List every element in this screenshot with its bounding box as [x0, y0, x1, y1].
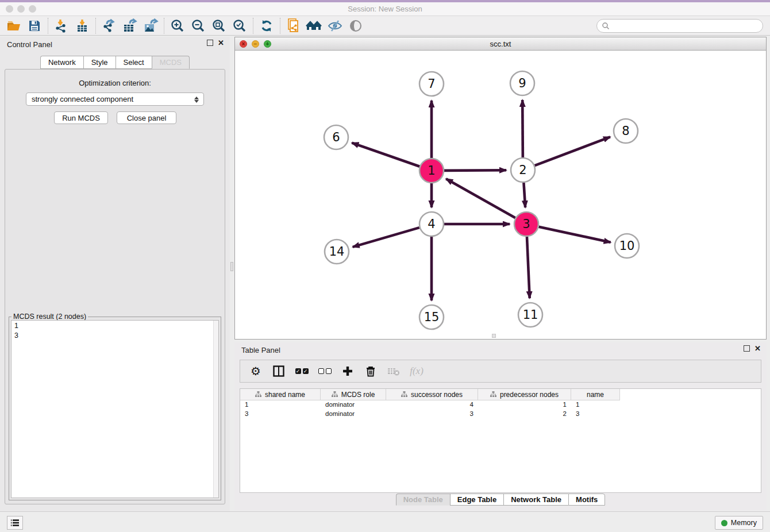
status-bar: Memory	[0, 511, 770, 532]
export-network-button[interactable]	[99, 17, 120, 34]
column-header-MCDS-role[interactable]: MCDS role	[321, 389, 386, 400]
node-8[interactable]: 8	[614, 119, 638, 143]
node-4[interactable]: 4	[419, 212, 444, 236]
eye-icon	[348, 19, 364, 33]
export-table-button[interactable]	[120, 17, 140, 34]
zoom-in-icon	[170, 18, 185, 33]
create-column-button[interactable]	[340, 364, 355, 379]
close-panel-button[interactable]: Close panel	[117, 111, 176, 124]
mcds-result-textarea[interactable]: 1 3	[11, 320, 219, 498]
control-panel-tabs: NetworkStyleSelectMCDS	[0, 56, 230, 69]
node-10[interactable]: 10	[615, 234, 639, 258]
node-1[interactable]: 1	[419, 159, 444, 183]
network-window-titlebar[interactable]: × − + scc.txt	[235, 37, 766, 51]
table-cell[interactable]: 1	[240, 400, 321, 410]
close-panel-icon[interactable]: ✕	[218, 40, 224, 46]
select-all-columns-button[interactable]: ✓ ✓	[294, 364, 309, 379]
apply-layout-button[interactable]	[256, 17, 277, 34]
node-9[interactable]: 9	[510, 71, 534, 95]
float-panel-icon[interactable]	[207, 40, 213, 46]
save-session-button[interactable]	[24, 17, 45, 34]
table-settings-button[interactable]: ⚙	[248, 364, 263, 379]
search-icon	[602, 22, 610, 30]
delete-column-button[interactable]	[363, 364, 378, 379]
run-mcds-button[interactable]: Run MCDS	[54, 111, 108, 124]
zoom-out-button[interactable]	[188, 17, 209, 34]
column-header-successor-nodes[interactable]: successor nodes	[386, 389, 478, 400]
tab-motifs[interactable]: Motifs	[568, 494, 605, 506]
tab-select[interactable]: Select	[116, 56, 152, 69]
table-cell[interactable]: 3	[240, 410, 321, 419]
table-row[interactable]: 1dominator411	[240, 400, 761, 410]
table-cell[interactable]: 1	[571, 400, 620, 410]
node-3[interactable]: 3	[514, 212, 538, 236]
table-cell[interactable]: 4	[386, 400, 478, 410]
network-canvas[interactable]: 7968124314101511	[235, 51, 766, 339]
tab-mcds[interactable]: MCDS	[152, 56, 190, 69]
export-image-button[interactable]	[140, 17, 161, 34]
edge-4-14[interactable]	[353, 228, 419, 247]
zoom-selected-icon	[232, 18, 247, 33]
search-box[interactable]	[596, 19, 763, 33]
tab-edge-table[interactable]: Edge Table	[450, 494, 503, 506]
tab-node-table[interactable]: Node Table	[396, 494, 450, 506]
network-resize-grip[interactable]	[492, 334, 496, 338]
tab-network-table[interactable]: Network Table	[503, 494, 568, 506]
import-network-button[interactable]	[51, 17, 72, 34]
tab-style[interactable]: Style	[83, 56, 116, 69]
column-label: shared name	[265, 391, 305, 399]
node-table[interactable]: shared nameMCDS rolesuccessor nodesprede…	[240, 388, 761, 493]
table-row[interactable]: 3dominator323	[240, 410, 761, 419]
table-cell[interactable]: 3	[571, 410, 620, 419]
open-session-button[interactable]	[3, 17, 24, 34]
node-15[interactable]: 15	[419, 305, 444, 329]
import-table-button[interactable]	[72, 17, 93, 34]
show-all-button[interactable]	[345, 17, 366, 34]
edge-3-11[interactable]	[527, 237, 530, 298]
zoom-fit-button[interactable]	[209, 17, 229, 34]
show-columns-button[interactable]	[271, 364, 286, 379]
zoom-in-button[interactable]	[167, 17, 188, 34]
table-cell[interactable]: 2	[478, 410, 571, 419]
table-cell[interactable]: dominator	[321, 410, 386, 419]
edge-1-6[interactable]	[352, 143, 419, 167]
hide-selected-button[interactable]	[325, 17, 345, 34]
first-neighbors-button[interactable]	[304, 17, 325, 34]
node-14[interactable]: 14	[325, 240, 349, 264]
table-cell[interactable]: 1	[478, 400, 571, 410]
tab-network[interactable]: Network	[40, 56, 83, 69]
column-header-name[interactable]: name	[571, 389, 620, 400]
node-11[interactable]: 11	[518, 303, 542, 327]
node-6[interactable]: 6	[324, 125, 348, 149]
edge-3-10[interactable]	[538, 227, 610, 242]
new-network-from-file-icon	[286, 18, 301, 34]
edge-2-9[interactable]	[522, 100, 523, 157]
edge-1-2[interactable]	[444, 170, 506, 171]
node-2[interactable]: 2	[511, 158, 535, 182]
float-table-panel-icon[interactable]	[744, 345, 750, 352]
column-header-predecessor-nodes[interactable]: predecessor nodes	[478, 389, 571, 400]
column-type-icon	[255, 391, 261, 398]
zoom-selected-button[interactable]	[229, 17, 250, 34]
edge-2-8[interactable]	[535, 137, 610, 165]
splitter-grip[interactable]	[230, 262, 233, 271]
vertical-splitter[interactable]	[230, 37, 234, 511]
new-network-button[interactable]	[283, 17, 304, 34]
table-toolbar: ⚙ ✓ ✓	[240, 360, 761, 383]
node-7[interactable]: 7	[419, 72, 444, 96]
unselect-all-columns-button[interactable]	[317, 364, 332, 379]
memory-button[interactable]: Memory	[715, 516, 763, 530]
edge-2-3[interactable]	[523, 183, 525, 207]
export-table-icon	[122, 18, 138, 33]
toolbar-divider	[164, 18, 164, 34]
memory-label: Memory	[731, 519, 757, 527]
column-header-shared-name[interactable]: shared name	[240, 389, 321, 400]
task-history-button[interactable]	[7, 516, 23, 530]
result-scrollbar[interactable]	[213, 321, 218, 498]
criterion-dropdown[interactable]: strongly connected component	[26, 92, 204, 106]
close-table-panel-icon[interactable]: ✕	[754, 345, 761, 352]
edge-3-1[interactable]	[446, 179, 515, 218]
table-cell[interactable]: 3	[386, 410, 478, 419]
search-input[interactable]	[610, 20, 763, 32]
table-cell[interactable]: dominator	[321, 400, 386, 410]
